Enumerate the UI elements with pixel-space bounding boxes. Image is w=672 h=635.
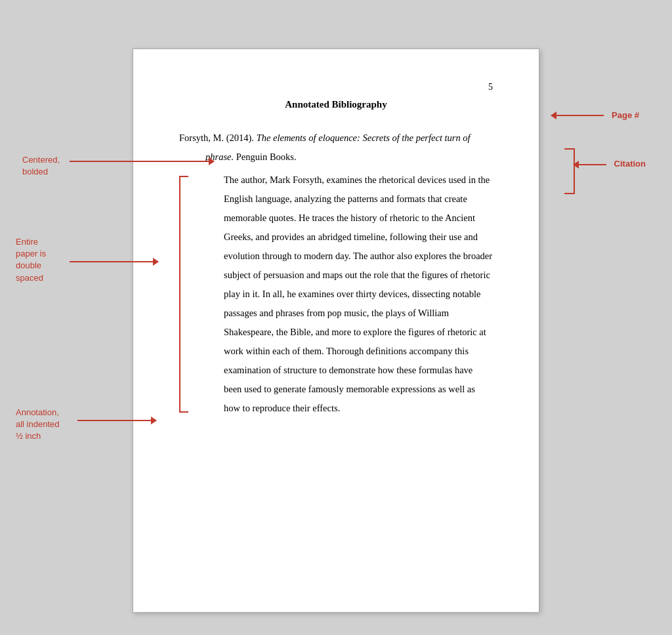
paper: 5 Annotated Bibliography Forsyth, M. (20… xyxy=(133,49,539,613)
citation-author: Forsyth, M. (2014). xyxy=(179,133,254,143)
citation-label: Citation xyxy=(614,159,646,169)
citation-right-bracket xyxy=(564,148,575,194)
annotation-bracket xyxy=(179,176,188,413)
page-hash-text: Page # xyxy=(612,110,639,120)
annotation-text: The author, Mark Forsyth, examines the r… xyxy=(192,171,493,418)
double-spaced-text: Entire paper is double spaced xyxy=(16,237,46,283)
centered-bolded-text: Centered, bolded xyxy=(22,155,60,176)
annotation-indent-text: Annotation, all indented ½ inch xyxy=(16,407,60,441)
annotation-indent-arrow xyxy=(77,420,156,421)
page-number-value: 5 xyxy=(488,82,493,92)
paper-title: Annotated Bibliography xyxy=(179,99,493,110)
citation-arrow xyxy=(574,164,606,165)
double-spaced-label: Entire paper is double spaced xyxy=(16,236,68,284)
page-number: 5 xyxy=(179,82,493,92)
outer-container: 5 Annotated Bibliography Forsyth, M. (20… xyxy=(13,13,659,635)
annotation-indent-label: Annotation, all indented ½ inch xyxy=(16,407,75,443)
arrow-head-right-3 xyxy=(151,417,157,424)
centered-bolded-arrow xyxy=(70,161,214,162)
arrow-head-right xyxy=(209,157,215,165)
arrow-head-right-2 xyxy=(153,258,159,266)
arrow-head-left-1 xyxy=(551,112,556,119)
page-hash-label: Page # xyxy=(612,110,639,120)
citation-text: Forsyth, M. (2014). The elements of eloq… xyxy=(179,129,493,167)
double-spaced-arrow xyxy=(70,261,158,262)
citation-label-text: Citation xyxy=(614,159,646,169)
centered-bolded-label: Centered, bolded xyxy=(22,154,60,178)
annotation-wrapper: The author, Mark Forsyth, examines the r… xyxy=(179,171,493,418)
page-hash-arrow xyxy=(551,115,604,116)
citation-publisher: Penguin Books. xyxy=(236,152,297,162)
